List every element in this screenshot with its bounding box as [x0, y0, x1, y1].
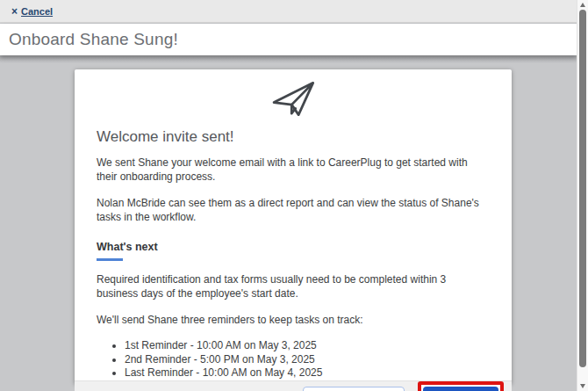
cancel-link[interactable]: × Cancel: [11, 6, 53, 17]
direct-report-text: Nolan McBride can see them as a direct r…: [97, 196, 490, 224]
paper-plane-icon: [268, 79, 319, 121]
page-title: Onboard Shane Sung!: [9, 30, 178, 49]
scrollbar[interactable]: [577, 0, 588, 391]
tax-forms-text: Required identification and tax forms us…: [97, 272, 490, 300]
list-item: Last Reminder - 10:00 AM on May 4, 2025: [125, 366, 490, 380]
onboarding-confirmation-modal: Welcome invite sent! We sent Shane your …: [75, 69, 512, 384]
cancel-label: Cancel: [21, 6, 53, 17]
reminder-list: 1st Reminder - 10:00 AM on May 3, 2025 2…: [97, 339, 490, 380]
close-job-button[interactable]: Close Job: [423, 387, 498, 391]
list-item: 1st Reminder - 10:00 AM on May 3, 2025: [125, 339, 490, 353]
scroll-down-icon[interactable]: [580, 384, 585, 388]
list-item: 2nd Reminder - 5:00 PM on May 3, 2025: [125, 353, 490, 367]
modal-backdrop: Welcome invite sent! We sent Shane your …: [0, 55, 577, 391]
modal-heading: Welcome invite sent!: [97, 128, 490, 146]
close-icon: ×: [11, 6, 18, 17]
modal-body: Welcome invite sent! We sent Shane your …: [75, 69, 512, 380]
invite-sent-text: We sent Shane your welcome email with a …: [97, 156, 490, 184]
whats-next-heading: What's next: [97, 241, 490, 253]
reminders-intro-text: We'll send Shane three reminders to keep…: [97, 313, 490, 327]
heading-underline: [97, 258, 123, 261]
topbar: × Cancel: [0, 0, 577, 23]
page-header: Onboard Shane Sung!: [0, 24, 577, 55]
modal-footer: Back to Applicants Close Job: [75, 380, 512, 391]
scroll-up-icon[interactable]: [580, 3, 585, 7]
icon-wrap: [97, 81, 490, 123]
click-target-annotation: Close Job: [418, 381, 504, 391]
scrollbar-thumb[interactable]: [579, 10, 586, 367]
back-to-applicants-button[interactable]: Back to Applicants: [303, 387, 405, 391]
